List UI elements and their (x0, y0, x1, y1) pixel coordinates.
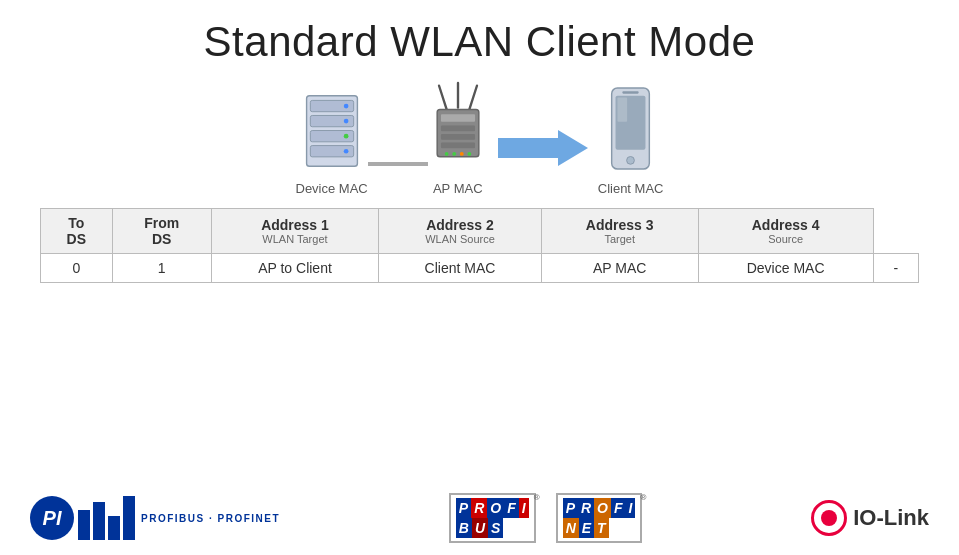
col-addr4: Address 4Source (698, 209, 873, 254)
profinet-logo: ® P R O F I N E T (556, 493, 643, 543)
ap-block: AP MAC (428, 81, 488, 196)
client-block: Client MAC (598, 86, 664, 196)
col-to-ds: ToDS (41, 209, 113, 254)
io-link-label: IO-Link (853, 505, 929, 531)
cell-addr1: Client MAC (379, 254, 541, 283)
pi-text: PROFIBUS · PROFINET (141, 513, 280, 524)
svg-rect-14 (441, 126, 475, 132)
svg-point-7 (343, 134, 348, 139)
pi-logo: PI PROFIBUS · PROFINET (30, 496, 280, 540)
cell-addr2: AP MAC (541, 254, 698, 283)
client-mac-label: Client MAC (598, 181, 664, 196)
svg-rect-13 (441, 114, 475, 122)
client-icon (603, 86, 658, 171)
cell-addr4: - (873, 254, 918, 283)
svg-marker-21 (498, 130, 588, 166)
profibus-profinet-label: PROFIBUS · PROFINET (141, 513, 280, 524)
ap-icon (428, 81, 488, 171)
svg-point-19 (460, 152, 464, 156)
diagram-area: Device MAC AP MAC (0, 71, 959, 196)
io-link-logo: IO-Link (811, 500, 929, 536)
page-title: Standard WLAN Client Mode (0, 0, 959, 66)
svg-rect-26 (622, 91, 638, 93)
table-row: 0 1 AP to Client Client MAC AP MAC Devic… (41, 254, 919, 283)
svg-line-11 (469, 86, 477, 110)
svg-point-6 (343, 119, 348, 124)
svg-rect-15 (441, 134, 475, 140)
cell-ap-desc: AP to Client (211, 254, 379, 283)
col-from-ds: FromDS (112, 209, 211, 254)
table-area: ToDS FromDS Address 1WLAN Target Address… (40, 208, 919, 283)
address-table: ToDS FromDS Address 1WLAN Target Address… (40, 208, 919, 283)
io-link-inner-icon (821, 510, 837, 526)
arrow-block (498, 128, 588, 196)
svg-rect-16 (441, 143, 475, 149)
footer: PI PROFIBUS · PROFINET ® P R O F I (0, 493, 959, 543)
col-addr3: Address 3Target (541, 209, 698, 254)
svg-rect-24 (618, 98, 628, 122)
cell-to-ds: 0 (41, 254, 113, 283)
ap-mac-label: AP MAC (433, 181, 483, 196)
svg-point-5 (343, 104, 348, 109)
svg-line-9 (439, 86, 447, 110)
svg-point-8 (343, 149, 348, 154)
col-addr1: Address 1WLAN Target (211, 209, 379, 254)
connector-line (368, 162, 428, 166)
svg-point-17 (444, 152, 448, 156)
device-mac-label: Device MAC (296, 181, 368, 196)
center-logos: ® P R O F I B U S ® P R O F I (449, 493, 643, 543)
cell-from-ds: 1 (112, 254, 211, 283)
server-icon (297, 91, 367, 171)
io-link-circle-icon (811, 500, 847, 536)
svg-point-20 (467, 152, 471, 156)
profibus-logo: ® P R O F I B U S (449, 493, 536, 543)
device-block: Device MAC (296, 91, 368, 196)
direction-arrow (498, 128, 588, 168)
cell-addr3: Device MAC (698, 254, 873, 283)
svg-point-25 (627, 157, 635, 165)
svg-point-18 (452, 152, 456, 156)
pi-bars-icon (78, 496, 135, 540)
pi-circle-icon: PI (30, 496, 74, 540)
col-addr2: Address 2WLAN Source (379, 209, 541, 254)
